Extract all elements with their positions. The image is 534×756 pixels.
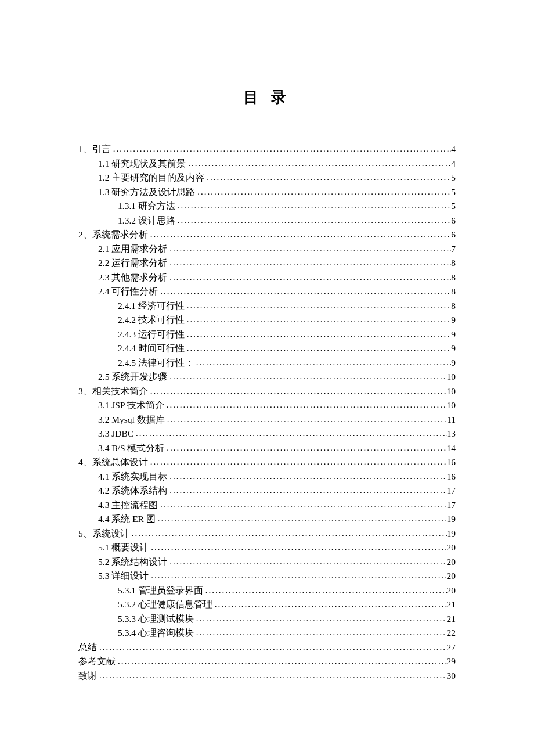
- toc-entry-page: 30: [447, 669, 456, 683]
- toc-entry: 5.3.2 心理健康信息管理 21: [78, 597, 456, 612]
- toc-leader-dots: [151, 540, 446, 555]
- toc-entry: 2.4.2 技术可行性 9: [78, 313, 456, 327]
- toc-entry-page: 5: [451, 185, 456, 200]
- toc-entry-label: 1.1 研究现状及其前景: [98, 157, 188, 171]
- toc-entry-label: 5.3 详细设计: [98, 569, 151, 584]
- toc-leader-dots: [196, 611, 447, 626]
- toc-entry-label: 1.2 主要研究的目的及内容: [98, 171, 207, 185]
- toc-entry-label: 5.3.4 心理咨询模块: [118, 626, 196, 640]
- toc-entry-label: 4.1 系统实现目标: [98, 470, 169, 484]
- toc-entry: 4、系统总体设计 16: [78, 455, 456, 470]
- toc-entry-label: 2.4.2 技术可行性: [118, 313, 187, 327]
- toc-entry: 3.1 JSP 技术简介 10: [78, 398, 456, 413]
- toc-entry: 5.2 系统结构设计 20: [78, 555, 456, 570]
- toc-leader-dots: [169, 483, 446, 498]
- toc-entry: 1.3 研究方法及设计思路 5: [78, 185, 456, 200]
- toc-leader-dots: [178, 213, 452, 228]
- toc-entry: 2.4.3 运行可行性 9: [78, 327, 456, 342]
- toc-entry-label: 5.3.1 管理员登录界面: [118, 584, 205, 598]
- toc-entry: 2.4.4 时间可行性 9: [78, 341, 456, 356]
- toc-entry-page: 8: [451, 299, 456, 314]
- toc-entry-page: 9: [451, 327, 456, 342]
- toc-leader-dots: [207, 170, 451, 185]
- toc-entry-page: 8: [451, 271, 456, 285]
- toc-entry: 3.4 B/S 模式分析 14: [78, 441, 456, 456]
- toc-entry-page: 9: [451, 341, 456, 356]
- toc-entry: 2.3 其他需求分析 8: [78, 271, 456, 285]
- toc-leader-dots: [187, 298, 452, 313]
- toc-entry: 5.3.3 心理测试模块 21: [78, 612, 456, 627]
- toc-entry-page: 7: [451, 242, 456, 257]
- toc-leader-dots: [160, 284, 451, 298]
- toc-entry-page: 10: [447, 384, 456, 399]
- toc-entry-label: 4.3 主控流程图: [98, 498, 160, 513]
- toc-entry-page: 19: [447, 512, 456, 527]
- toc-entry-label: 5.3.3 心理测试模块: [118, 612, 196, 627]
- toc-leader-dots: [150, 384, 447, 398]
- toc-entry-page: 11: [447, 413, 456, 427]
- toc-entry-page: 20: [447, 541, 456, 555]
- toc-entry-label: 4、系统总体设计: [78, 455, 150, 470]
- toc-entry-label: 3.1 JSP 技术简介: [98, 398, 167, 413]
- toc-entry-page: 17: [447, 498, 456, 513]
- toc-entry: 1.1 研究现状及其前景 4: [78, 157, 456, 171]
- toc-leader-dots: [188, 156, 451, 171]
- toc-entry: 1、引言 4: [78, 142, 456, 157]
- toc-leader-dots: [99, 640, 447, 654]
- toc-entry: 2.1 应用需求分析 7: [78, 242, 456, 257]
- toc-entry: 参考文献 29: [78, 654, 456, 669]
- toc-leader-dots: [169, 369, 446, 384]
- toc-entry-label: 致谢: [78, 669, 99, 683]
- toc-entry: 致谢 30: [78, 669, 456, 683]
- toc-entry-page: 21: [447, 597, 456, 612]
- toc-entry-page: 4: [451, 142, 456, 157]
- toc-entry-label: 5、系统设计: [78, 527, 132, 541]
- toc-entry-label: 1.3.1 研究方法: [118, 199, 178, 214]
- toc-entry: 2、系统需求分析 6: [78, 228, 456, 242]
- toc-entry-page: 14: [447, 441, 456, 456]
- toc-entry: 2.2 运行需求分析 8: [78, 256, 456, 271]
- toc-entry-page: 13: [447, 427, 456, 441]
- toc-entry: 3.2 Mysql 数据库 11: [78, 413, 456, 427]
- toc-entry-label: 2、系统需求分析: [78, 228, 150, 242]
- toc-entry-page: 29: [447, 654, 456, 669]
- toc-leader-dots: [136, 426, 446, 441]
- toc-entry-label: 2.4.3 运行可行性: [118, 327, 187, 342]
- toc-entry: 5.3.1 管理员登录界面 20: [78, 584, 456, 598]
- toc-entry: 5、系统设计 19: [78, 527, 456, 541]
- toc-entry-page: 5: [451, 199, 456, 214]
- toc-entry: 4.4 系统 ER 图 19: [78, 512, 456, 527]
- toc-entry: 1.2 主要研究的目的及内容 5: [78, 171, 456, 185]
- toc-leader-dots: [167, 398, 447, 412]
- toc-entry-page: 20: [447, 584, 456, 598]
- toc-leader-dots: [99, 668, 447, 683]
- toc-entry: 2.4.5 法律可行性： 9: [78, 356, 456, 370]
- toc-leader-dots: [118, 654, 447, 668]
- toc-entry-page: 17: [447, 484, 456, 498]
- toc-entry-label: 2.4.1 经济可行性: [118, 299, 187, 314]
- toc-entry-page: 9: [451, 313, 456, 327]
- toc-entry-label: 1.3 研究方法及设计思路: [98, 185, 197, 200]
- toc-leader-dots: [169, 270, 451, 285]
- toc-entry-label: 总结: [78, 640, 99, 655]
- toc-entry: 1.3.2 设计思路 6: [78, 214, 456, 228]
- toc-leader-dots: [132, 526, 447, 541]
- toc-entry: 4.2 系统体系结构 17: [78, 484, 456, 498]
- toc-leader-dots: [113, 142, 452, 156]
- toc-entry: 2.4.1 经济可行性 8: [78, 299, 456, 314]
- toc-entry-page: 27: [447, 640, 456, 655]
- toc-entry: 5.1 概要设计 20: [78, 541, 456, 555]
- toc-leader-dots: [167, 412, 447, 427]
- toc-entry-page: 5: [451, 171, 456, 185]
- toc-entry-label: 3、相关技术简介: [78, 384, 150, 399]
- toc-entry-label: 2.4.5 法律可行性：: [118, 356, 196, 370]
- toc-leader-dots: [150, 227, 452, 242]
- toc-leader-dots: [169, 555, 446, 569]
- toc-entry: 2.4 可行性分析 8: [78, 285, 456, 299]
- toc-leader-dots: [151, 568, 446, 583]
- toc-title: 目 录: [78, 87, 456, 107]
- toc-entry-page: 16: [447, 455, 456, 470]
- toc-leader-dots: [196, 355, 452, 370]
- toc-entry-label: 3.4 B/S 模式分析: [98, 441, 167, 456]
- toc-leader-dots: [160, 498, 446, 512]
